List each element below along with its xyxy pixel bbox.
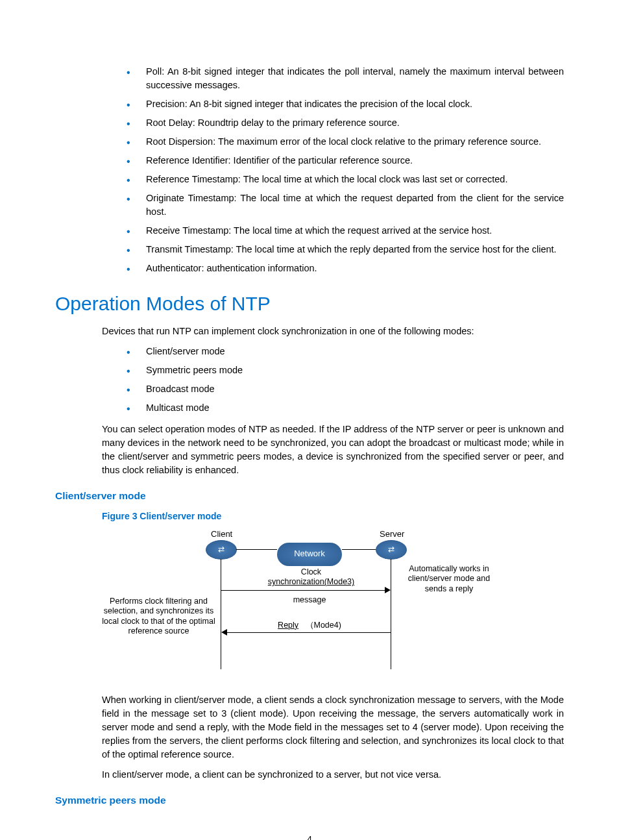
list-item: Multicast mode [55, 401, 564, 415]
list-item: Client/server mode [55, 345, 564, 358]
list-item: Transmit Timestamp: The local time at wh… [55, 243, 564, 256]
list-item: Symmetric peers mode [55, 364, 564, 377]
router-icon [206, 540, 237, 560]
page-number: 4 [55, 834, 564, 840]
list-item: Precision: An 8-bit signed integer that … [55, 97, 564, 111]
client-server-heading: Client/server mode [55, 489, 564, 503]
sync-label-line2: synchronization(Mode3) [268, 577, 354, 586]
sync-label-line1: Clock [301, 567, 321, 576]
list-item: Authenticator: authentication informatio… [55, 262, 564, 275]
reply-label: Reply [278, 621, 298, 630]
list-item: Originate Timestamp: The local time at w… [55, 191, 564, 219]
list-item: Reference Timestamp: The local time at w… [55, 173, 564, 186]
selection-paragraph: You can select operation modes of NTP as… [55, 423, 564, 477]
sync-msg-label: message [290, 595, 329, 606]
server-text: Automatically works in client/server mod… [400, 564, 498, 595]
list-item: Root Delay: Roundtrip delay to the prima… [55, 116, 564, 130]
mode-list: Client/server mode Symmetric peers mode … [55, 345, 564, 415]
ntp-field-list: Poll: An 8-bit signed integer that indic… [55, 65, 564, 275]
section-title: Operation Modes of NTP [55, 290, 564, 318]
list-item: Receive Timestamp: The local time at whi… [55, 224, 564, 238]
list-item: Root Dispersion: The maximum error of th… [55, 135, 564, 149]
symmetric-peers-heading: Symmetric peers mode [55, 793, 564, 808]
client-text: Performs clock filtering and selection, … [99, 597, 219, 637]
list-item: Poll: An 8-bit signed integer that indic… [55, 65, 564, 92]
list-item: Reference Identifier: Identifier of the … [55, 154, 564, 167]
client-label: Client [211, 528, 232, 541]
cs-paragraph-1: When working in client/server mode, a cl… [55, 693, 564, 761]
client-server-diagram: Client Server Network Clock synchronizat… [128, 528, 491, 678]
cs-paragraph-2: In client/server mode, a client can be s… [55, 768, 564, 782]
reply-mode: （Mode4) [306, 621, 341, 630]
list-item: Broadcast mode [55, 382, 564, 396]
figure-caption: Figure 3 Client/server mode [55, 510, 564, 523]
router-icon [376, 540, 407, 560]
server-label: Server [380, 528, 404, 541]
network-cloud: Network [277, 543, 342, 566]
intro-paragraph: Devices that run NTP can implement clock… [55, 325, 564, 338]
